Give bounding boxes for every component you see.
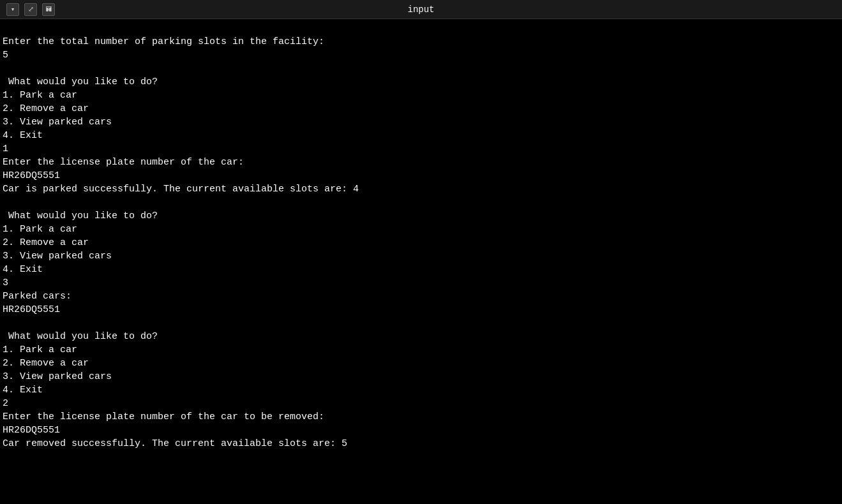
window-title: input [407,4,434,15]
terminal-line: 2. Remove a car [0,357,842,370]
terminal-line: 1. Park a car [0,343,842,357]
terminal-line: 3. View parked cars [0,370,842,383]
terminal-line: 3. View parked cars [0,115,842,129]
terminal-line: 2. Remove a car [0,236,842,249]
terminal-line: What would you like to do? [0,209,842,223]
terminal-line: What would you like to do? [0,75,842,89]
terminal-line: Car is parked successfully. The current … [0,182,842,196]
dropdown-btn[interactable]: ▾ [6,3,19,16]
terminal-line: 2 [0,397,842,410]
terminal-line: Parked cars: [0,290,842,303]
save-icon: 🖬 [45,5,52,13]
terminal-line: 1 [0,142,842,156]
terminal-line: HR26DQ5551 [0,169,842,182]
terminal-line [0,196,842,209]
terminal-line: 3 [0,276,842,290]
terminal-line: 3. View parked cars [0,249,842,263]
terminal-line: 5 [0,48,842,62]
terminal-line: 1. Park a car [0,89,842,102]
terminal-line: HR26DQ5551 [0,424,842,437]
expand-icon: ⤢ [28,5,34,13]
terminal-line: HR26DQ5551 [0,303,842,316]
terminal-line: 1. Park a car [0,223,842,236]
save-btn[interactable]: 🖬 [42,3,55,16]
titlebar-controls: ▾ ⤢ 🖬 [6,3,55,16]
terminal-line: Enter the total number of parking slots … [0,35,842,48]
terminal-line: Enter the license plate number of the ca… [0,410,842,424]
terminal-line: Car removed successfully. The current av… [0,437,842,450]
terminal-line: Enter the license plate number of the ca… [0,156,842,169]
terminal-line: 4. Exit [0,383,842,397]
terminal-line [0,316,842,330]
terminal-line: What would you like to do? [0,330,842,343]
titlebar: ▾ ⤢ 🖬 input [0,0,842,19]
terminal-line: 2. Remove a car [0,102,842,115]
terminal-output: Enter the total number of parking slots … [0,19,842,504]
maximize-btn[interactable]: ⤢ [24,3,37,16]
terminal-line: 4. Exit [0,129,842,142]
terminal-line: 4. Exit [0,263,842,276]
chevron-down-icon: ▾ [11,5,15,13]
terminal-line [0,62,842,75]
